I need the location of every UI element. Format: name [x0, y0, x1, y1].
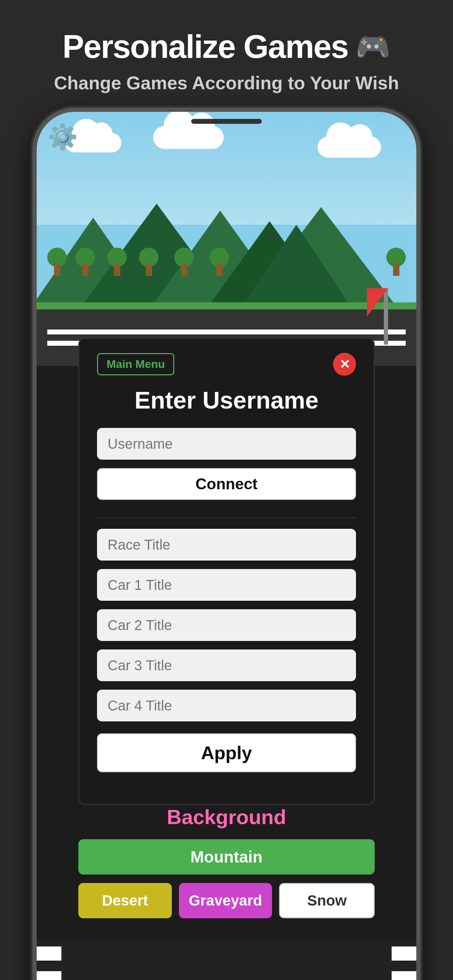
- tree-trunk: [216, 264, 223, 276]
- modal-dialog: Main Menu ✕ Enter Username Connect Apply: [78, 337, 375, 805]
- cloud-2: [153, 126, 224, 149]
- tree-4: [139, 248, 158, 276]
- graveyard-button[interactable]: Graveyard: [179, 883, 272, 918]
- stripe: [392, 947, 416, 961]
- car4-title-input[interactable]: [97, 690, 356, 721]
- background-options-row: Desert Graveyard Snow: [78, 883, 375, 918]
- bottom-road: [37, 939, 416, 980]
- background-title: Background: [78, 805, 375, 829]
- main-menu-badge: Main Menu: [97, 353, 174, 375]
- header-title-row: Personalize Games 🎮: [21, 28, 432, 65]
- divider: [97, 517, 356, 518]
- tree-trunk: [54, 264, 60, 276]
- snow-button[interactable]: Snow: [279, 883, 375, 918]
- tree-1: [47, 248, 67, 276]
- mountain-6: [240, 225, 353, 309]
- gear-icon[interactable]: ⚙️: [47, 123, 78, 151]
- page-title: Personalize Games: [62, 28, 348, 65]
- car2-title-input[interactable]: [97, 609, 356, 641]
- tree-7: [386, 248, 406, 276]
- cloud-3: [318, 137, 381, 158]
- tree-3: [107, 248, 127, 276]
- tree-trunk: [82, 264, 89, 276]
- right-road-stripes: [392, 939, 416, 980]
- gamepad-icon: 🎮: [355, 30, 391, 64]
- close-button[interactable]: ✕: [333, 353, 356, 376]
- background-section: Background Mountain Desert Graveyard Sno…: [78, 805, 375, 918]
- apply-button[interactable]: Apply: [97, 733, 356, 772]
- stripe: [37, 971, 61, 980]
- flag-pole: [384, 288, 388, 345]
- car3-title-input[interactable]: [97, 649, 356, 681]
- road-line-1: [47, 329, 406, 334]
- tree-5: [174, 248, 194, 276]
- car1-title-input[interactable]: [97, 569, 356, 601]
- mountain-button[interactable]: Mountain: [78, 839, 375, 875]
- modal-top-bar: Main Menu ✕: [97, 353, 356, 376]
- modal-title: Enter Username: [97, 386, 356, 414]
- connect-button[interactable]: Connect: [97, 468, 356, 500]
- tree-trunk: [393, 264, 399, 276]
- phone-notch: [191, 119, 262, 124]
- page-subtitle: Change Games According to Your Wish: [21, 72, 432, 94]
- tree-trunk: [146, 264, 152, 276]
- stripe: [392, 971, 416, 980]
- username-input[interactable]: [97, 428, 356, 460]
- game-scene: ⚙️: [37, 112, 416, 366]
- tree-2: [75, 248, 95, 276]
- page-header: Personalize Games 🎮 Change Games Accordi…: [0, 0, 453, 108]
- race-title-input[interactable]: [97, 529, 356, 560]
- phone-frame: ⚙️: [32, 108, 421, 980]
- desert-button[interactable]: Desert: [78, 883, 172, 918]
- left-road-stripes: [37, 939, 61, 980]
- flag-triangle: [367, 288, 388, 317]
- tree-trunk: [114, 264, 120, 276]
- stripe: [37, 947, 61, 961]
- main-content: Main Menu ✕ Enter Username Connect Apply: [37, 366, 416, 939]
- tree-trunk: [181, 264, 188, 276]
- tree-6: [210, 248, 229, 276]
